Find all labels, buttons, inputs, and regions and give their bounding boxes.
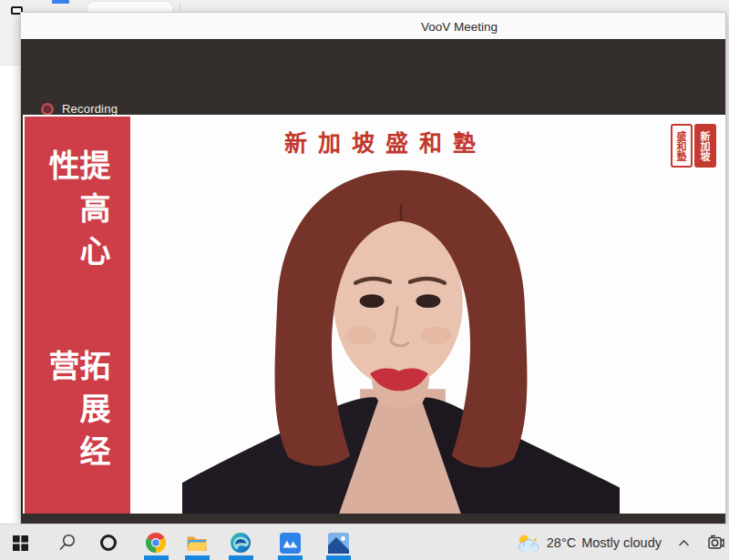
video-area[interactable]: 提高心性 拓展经营 新加坡盛和塾 盛和塾 新加坡 (21, 115, 725, 514)
banner-text-top: 提高心性 (46, 149, 108, 313)
taskbar-tray: 28°CMostly cloudy (515, 524, 725, 560)
search-icon[interactable] (49, 524, 86, 560)
running-indicator (185, 555, 210, 560)
meeting-header-bar: Recording (21, 39, 725, 115)
background-tab-separator (180, 3, 180, 10)
recording-icon (41, 103, 54, 116)
start-icon[interactable] (2, 524, 38, 560)
background-tab-accent (52, 0, 69, 4)
running-indicator (144, 555, 169, 560)
running-indicator (278, 555, 303, 560)
weather-temperature: 28°C (547, 535, 576, 550)
weather-condition: Mostly cloudy (581, 535, 662, 550)
desktop: VooV Meeting Recording 提高心性 拓展经营 新加坡盛和塾 … (0, 0, 729, 560)
seal-left: 盛和塾 (671, 124, 693, 168)
running-indicator (326, 555, 351, 560)
participant-video-person (182, 167, 620, 514)
running-indicator (229, 555, 253, 560)
chevron-up-icon[interactable] (673, 524, 693, 560)
seal-right: 新加坡 (694, 124, 716, 168)
voov-meeting-window: VooV Meeting Recording 提高心性 拓展经营 新加坡盛和塾 … (20, 12, 726, 524)
banner-text-bottom: 拓展经营 (46, 350, 108, 514)
cortana-icon[interactable] (90, 524, 127, 560)
slide-heading: 新加坡盛和塾 (284, 125, 487, 158)
window-titlebar[interactable]: VooV Meeting (21, 13, 725, 39)
weather-widget[interactable]: 28°CMostly cloudy (515, 532, 662, 555)
recording-indicator: Recording (41, 102, 118, 116)
background-browser-tab (87, 1, 173, 12)
background-window-left (0, 0, 20, 524)
slide-seals: 盛和塾 新加坡 (671, 124, 716, 168)
slide-banner: 提高心性 拓展经营 (25, 117, 130, 514)
taskbar: 28°CMostly cloudy (0, 524, 729, 560)
meet-now-icon[interactable] (705, 524, 725, 560)
window-title: VooV Meeting (421, 19, 498, 33)
weather-icon (515, 532, 539, 555)
recording-label: Recording (62, 102, 118, 116)
